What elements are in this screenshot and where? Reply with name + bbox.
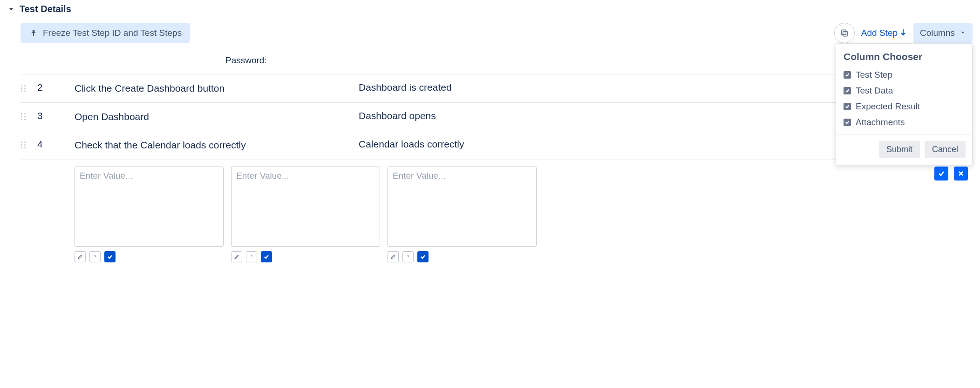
svg-point-15: [24, 141, 26, 143]
column-chooser-title: Column Chooser: [836, 48, 972, 67]
steps-table: Password: 2 Click the Create Dashboard b…: [20, 52, 973, 262]
checkbox-checked-icon: [844, 119, 851, 126]
new-step-editor-row: ? ? ?: [20, 160, 973, 262]
svg-point-4: [21, 87, 22, 89]
freeze-columns-button[interactable]: Freeze Test Step ID and Test Steps: [20, 23, 190, 43]
svg-point-13: [24, 119, 26, 120]
column-option-test-step[interactable]: Test Step: [836, 67, 972, 83]
svg-point-2: [21, 85, 22, 86]
copy-steps-button[interactable]: [834, 23, 855, 43]
test-step-input[interactable]: [75, 167, 224, 247]
step-expected[interactable]: Dashboard opens: [359, 110, 503, 121]
add-step-button[interactable]: Add Step: [861, 28, 907, 38]
checkbox-checked-icon[interactable]: [261, 251, 272, 262]
checkbox-checked-icon: [844, 103, 851, 110]
section-title: Test Details: [20, 4, 71, 14]
editor-toolbar: ?: [231, 251, 380, 262]
toolbar: Freeze Test Step ID and Test Steps Add S…: [20, 23, 973, 43]
step-description[interactable]: Check that the Calendar loads correctly: [61, 139, 349, 151]
add-step-label: Add Step: [861, 28, 898, 38]
cancel-button[interactable]: Cancel: [925, 141, 966, 158]
editor-test-step: ?: [75, 167, 224, 262]
columns-dropdown-button[interactable]: Columns: [913, 23, 973, 43]
step-expected[interactable]: Calendar loads correctly: [359, 139, 503, 150]
step-number: 2: [37, 82, 51, 93]
svg-point-18: [21, 147, 22, 148]
checkbox-checked-icon[interactable]: [417, 251, 429, 262]
step-number: 4: [37, 139, 51, 150]
svg-point-10: [21, 116, 22, 117]
help-icon[interactable]: ?: [246, 251, 257, 262]
edit-icon[interactable]: [388, 251, 399, 262]
arrow-down-icon: [899, 28, 907, 38]
spacer: [20, 167, 67, 262]
column-option-label: Test Data: [856, 86, 893, 96]
svg-point-9: [24, 113, 26, 114]
drag-handle-icon[interactable]: [20, 82, 28, 95]
column-option-label: Attachments: [856, 117, 905, 127]
expected-result-input[interactable]: [388, 167, 537, 247]
help-icon[interactable]: ?: [89, 251, 101, 262]
submit-button[interactable]: Submit: [879, 141, 920, 158]
freeze-label: Freeze Test Step ID and Test Steps: [43, 28, 182, 38]
svg-point-16: [21, 144, 22, 146]
checkbox-checked-icon: [844, 71, 851, 79]
svg-point-5: [24, 87, 26, 89]
column-option-label: Expected Result: [856, 101, 920, 112]
svg-text:?: ?: [251, 255, 253, 259]
svg-rect-0: [843, 32, 848, 36]
checkbox-checked-icon: [844, 87, 851, 94]
step-description[interactable]: Open Dashboard: [61, 110, 349, 123]
step-row: 2 Click the Create Dashboard button Dash…: [20, 74, 973, 102]
edit-icon[interactable]: [75, 251, 86, 262]
svg-point-11: [24, 116, 26, 117]
step-row: 3 Open Dashboard Dashboard opens 0 attac…: [20, 102, 973, 131]
chevron-down-icon[interactable]: [7, 6, 15, 13]
test-data-input[interactable]: [231, 167, 380, 247]
editor-toolbar: ?: [388, 251, 537, 262]
svg-point-3: [24, 85, 26, 86]
column-chooser-popover: Column Chooser Test Step Test Data Expec…: [836, 43, 973, 165]
svg-text:?: ?: [94, 255, 96, 259]
drag-handle-icon[interactable]: [20, 139, 28, 152]
column-option-test-data[interactable]: Test Data: [836, 83, 972, 99]
new-step-actions: [934, 167, 973, 262]
svg-point-14: [21, 141, 22, 143]
svg-point-7: [24, 90, 26, 92]
column-chooser-footer: Submit Cancel: [836, 134, 972, 165]
editor-test-data: ?: [231, 167, 380, 262]
editor-toolbar: ?: [75, 251, 224, 262]
drag-handle-icon[interactable]: [20, 110, 28, 123]
svg-rect-1: [841, 30, 846, 34]
column-option-expected-result[interactable]: Expected Result: [836, 99, 972, 114]
right-controls: Add Step Columns Column Chooser Test Ste…: [834, 23, 973, 43]
help-icon[interactable]: ?: [402, 251, 414, 262]
cancel-step-button[interactable]: [954, 167, 968, 181]
confirm-step-button[interactable]: [934, 167, 948, 181]
step-expected[interactable]: Dashboard is created: [359, 82, 503, 93]
svg-point-19: [24, 147, 26, 148]
column-option-label: Test Step: [856, 70, 892, 80]
edit-icon[interactable]: [231, 251, 242, 262]
section-header: Test Details: [7, 4, 973, 14]
chevron-down-icon: [960, 28, 966, 38]
checkbox-checked-icon[interactable]: [104, 251, 116, 262]
svg-point-6: [21, 90, 22, 92]
password-label: Password:: [20, 52, 973, 74]
column-option-attachments[interactable]: Attachments: [836, 114, 972, 130]
svg-point-17: [24, 144, 26, 146]
svg-text:?: ?: [407, 255, 409, 259]
svg-point-8: [21, 113, 22, 114]
pin-icon: [29, 29, 37, 37]
step-number: 3: [37, 110, 51, 121]
editor-expected-result: ?: [388, 167, 537, 262]
svg-point-12: [21, 119, 22, 120]
columns-label: Columns: [920, 28, 955, 38]
step-row: 4 Check that the Calendar loads correctl…: [20, 131, 973, 159]
step-description[interactable]: Click the Create Dashboard button: [61, 82, 349, 94]
